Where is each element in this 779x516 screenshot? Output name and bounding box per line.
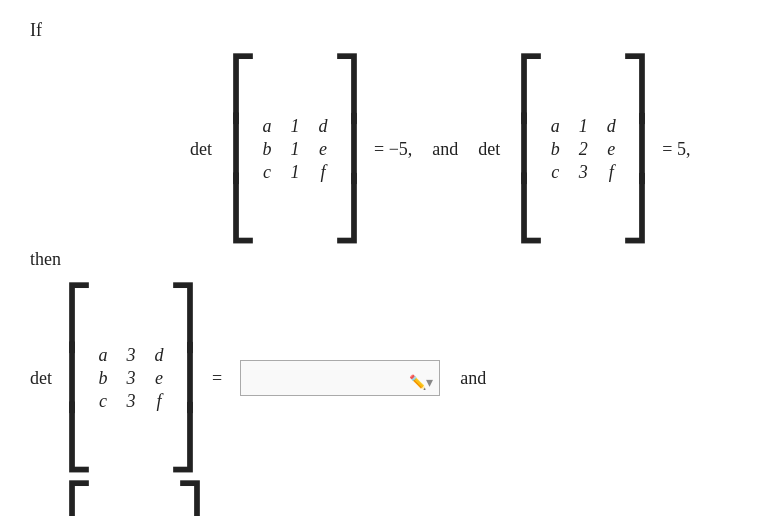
- m1-r2c2: 1: [288, 139, 302, 160]
- m1-r2c1: b: [260, 139, 274, 160]
- bracket-left-2: ⎡⎢⎣: [516, 59, 546, 239]
- m2-r2c2: 2: [576, 139, 590, 160]
- matrix-4: ⎡⎢⎣ a 0 d b −3 e c −6 f ⎤⎥⎦: [62, 486, 207, 516]
- m1-r3c1: c: [260, 162, 274, 183]
- matrix-1: ⎡⎢⎣ a 1 d b 1 e c 1 f ⎤⎥⎦: [226, 59, 364, 239]
- det-label-2: det: [478, 139, 500, 160]
- bracket-left-3: ⎡⎢⎣: [64, 288, 94, 468]
- det-label-1: det: [190, 139, 212, 160]
- then-label: then: [30, 249, 749, 270]
- m1-r1c2: 1: [288, 116, 302, 137]
- bracket-left-4: ⎡⎢⎣: [64, 486, 94, 516]
- and-label-2: and: [460, 368, 486, 389]
- m3-r1c1: a: [96, 345, 110, 366]
- pencil-icon-1: ✏️▾: [409, 374, 433, 391]
- and-label: and: [432, 139, 458, 160]
- m1-r3c3: f: [316, 162, 330, 183]
- m1-r1c1: a: [260, 116, 274, 137]
- matrix-grid-3: a 3 d b 3 e c 3 f: [96, 341, 166, 416]
- m1-r1c3: d: [316, 116, 330, 137]
- m2-r1c2: 1: [576, 116, 590, 137]
- matrix-3: ⎡⎢⎣ a 3 d b 3 e c 3 f ⎤⎥⎦: [62, 288, 200, 468]
- m2-r3c3: f: [604, 162, 618, 183]
- bracket-right-2: ⎤⎥⎦: [620, 59, 650, 239]
- bracket-right-4: ⎤⎥⎦: [175, 486, 205, 516]
- m2-r1c3: d: [604, 116, 618, 137]
- answer-row-2: det ⎡⎢⎣ a 0 d b −3 e c −6 f ⎤⎥⎦ = ✏️▾ .: [30, 486, 749, 516]
- result-2: = 5,: [662, 139, 690, 160]
- m3-r1c2: 3: [124, 345, 138, 366]
- m3-r3c2: 3: [124, 391, 138, 412]
- det-label-3: det: [30, 368, 52, 389]
- answer-input-1[interactable]: ✏️▾: [240, 360, 440, 396]
- equals-1: =: [212, 368, 222, 389]
- m3-r2c2: 3: [124, 368, 138, 389]
- bracket-right-1: ⎤⎥⎦: [332, 59, 362, 239]
- m1-r3c2: 1: [288, 162, 302, 183]
- m1-r2c3: e: [316, 139, 330, 160]
- matrix-2: ⎡⎢⎣ a 1 d b 2 e c 3 f ⎤⎥⎦: [514, 59, 652, 239]
- answer-row-1: det ⎡⎢⎣ a 3 d b 3 e c 3 f ⎤⎥⎦ = ✏️▾ and: [30, 288, 749, 468]
- m3-r3c3: f: [152, 391, 166, 412]
- m2-r1c1: a: [548, 116, 562, 137]
- m2-r3c2: 3: [576, 162, 590, 183]
- m2-r3c1: c: [548, 162, 562, 183]
- m2-r2c3: e: [604, 139, 618, 160]
- m3-r1c3: d: [152, 345, 166, 366]
- first-det-row: det ⎡⎢⎣ a 1 d b 1 e c 1 f ⎤⎥⎦ = −5, and …: [190, 59, 749, 239]
- m3-r2c3: e: [152, 368, 166, 389]
- if-label: If: [30, 20, 749, 41]
- matrix-grid-2: a 1 d b 2 e c 3 f: [548, 112, 618, 187]
- m3-r3c1: c: [96, 391, 110, 412]
- m3-r2c1: b: [96, 368, 110, 389]
- bracket-right-3: ⎤⎥⎦: [168, 288, 198, 468]
- result-1: = −5,: [374, 139, 412, 160]
- m2-r2c1: b: [548, 139, 562, 160]
- bracket-left-1: ⎡⎢⎣: [228, 59, 258, 239]
- matrix-grid-1: a 1 d b 1 e c 1 f: [260, 112, 330, 187]
